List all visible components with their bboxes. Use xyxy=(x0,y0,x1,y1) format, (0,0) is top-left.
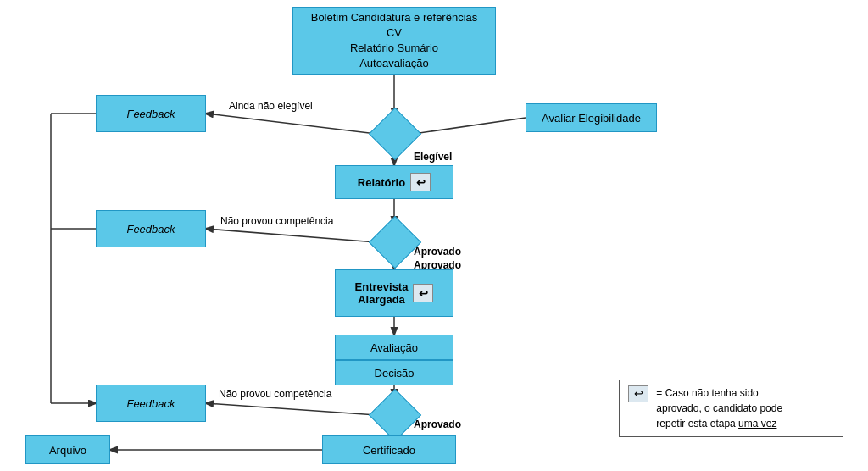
avaliacao-box: Avaliação xyxy=(335,335,453,360)
feedback-1-label: Feedback xyxy=(126,108,175,120)
certificado-label: Certificado xyxy=(363,444,415,457)
legend-box: ↩ = Caso não tenha sidoaprovado, o candi… xyxy=(619,380,843,437)
feedback-box-2: Feedback xyxy=(96,210,206,247)
decisao-label: Decisão xyxy=(375,367,415,380)
certificado-box: Certificado xyxy=(322,435,456,464)
avaliacao-label: Avaliação xyxy=(370,341,418,354)
top-box: Boletim Candidatura e referências CV Rel… xyxy=(292,7,496,75)
legend-text: = Caso não tenha sidoaprovado, o candida… xyxy=(656,385,782,431)
legend-icon: ↩ xyxy=(628,385,648,402)
svg-line-5 xyxy=(206,229,376,242)
elegivel-label: Elegível xyxy=(414,151,452,163)
arquivo-label: Arquivo xyxy=(49,444,86,457)
relatorio-label: Relatório xyxy=(358,176,405,189)
svg-line-9 xyxy=(206,403,376,415)
feedback-3-label: Feedback xyxy=(126,397,175,410)
nao-provou-2-label: Não provou competência xyxy=(219,388,331,400)
entrevista-box: Entrevista Alargada ↩ xyxy=(335,269,453,317)
entrevista-label: Entrevista Alargada xyxy=(355,280,409,306)
aprovado-3-label: Aprovado xyxy=(414,418,461,430)
elegibilidade-box: Avaliar Elegibilidade xyxy=(526,103,657,132)
diamond-3 xyxy=(369,389,421,441)
svg-line-1 xyxy=(206,114,376,134)
feedback-box-1: Feedback xyxy=(96,95,206,132)
diagram-container: Boletim Candidatura e referências CV Rel… xyxy=(0,0,868,471)
decisao-box: Decisão xyxy=(335,360,453,385)
relatorio-icon: ↩ xyxy=(410,173,431,191)
relatorio-box: Relatório ↩ xyxy=(335,165,453,199)
entrevista-icon: ↩ xyxy=(413,284,433,302)
aprovado-1-label: Aprovado xyxy=(414,246,461,258)
svg-line-2 xyxy=(414,118,526,134)
nao-provou-1-label: Não provou competência xyxy=(220,215,333,227)
top-box-label: Boletim Candidatura e referências CV Rel… xyxy=(311,10,478,72)
ainda-nao-label: Ainda não elegível xyxy=(229,100,313,112)
feedback-2-label: Feedback xyxy=(126,223,175,236)
legend-underline: uma vez xyxy=(738,418,776,429)
arquivo-box: Arquivo xyxy=(25,435,110,464)
feedback-box-3: Feedback xyxy=(96,385,206,422)
elegibilidade-label: Avaliar Elegibilidade xyxy=(542,112,641,125)
